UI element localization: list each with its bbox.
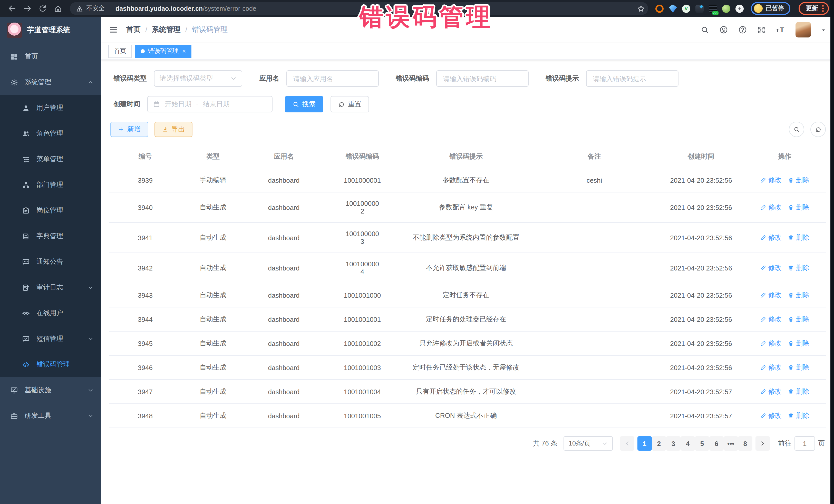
sidebar-item-org[interactable]: 部门管理 [0,172,101,198]
profile-paused-badge[interactable]: 已暂停 [751,2,790,15]
column-header: 错误码编码 [323,145,402,168]
chevron-down-icon [231,75,237,82]
extension-green-v-icon[interactable]: V [682,4,690,13]
delete-link[interactable]: 删除 [788,339,809,348]
error-code-input[interactable] [436,70,529,87]
prev-page-button[interactable] [620,436,634,451]
refresh-table-button[interactable] [810,122,826,137]
table-cell: 1001000001 [323,168,402,192]
close-icon[interactable]: × [182,48,186,54]
extension-vue-devtools-icon[interactable] [669,4,677,13]
browser-menu-icon[interactable] [822,5,824,12]
toggle-search-button[interactable] [789,122,804,137]
delete-link[interactable]: 删除 [788,203,809,212]
tab-item[interactable]: 首页 [108,44,132,58]
edit-link[interactable]: 修改 [760,363,782,372]
page-button[interactable]: 8 [738,436,752,451]
delete-link[interactable]: 删除 [788,314,809,324]
breadcrumb-item[interactable]: 系统管理 [152,25,181,35]
page-button[interactable]: 1 [637,436,652,451]
tab-active[interactable]: 错误码管理× [135,44,192,58]
delete-link[interactable]: 删除 [788,263,809,272]
date-range-picker[interactable]: 开始日期 - 结束日期 [147,96,272,112]
error-type-select[interactable]: 请选择错误码类型 [154,70,242,87]
add-button[interactable]: 新增 [110,122,148,137]
user-avatar[interactable] [795,22,811,38]
app-logo[interactable]: 芋道管理系统 [0,17,101,44]
trash-icon [788,235,794,241]
delete-link[interactable]: 删除 [788,176,809,185]
hamburger-icon[interactable] [109,25,118,35]
sidebar-item-badge[interactable]: 岗位管理 [0,198,101,223]
delete-link[interactable]: 删除 [788,233,809,242]
sidebar-item-dashboard[interactable]: 首页 [0,44,101,69]
edit-link[interactable]: 修改 [760,339,782,348]
extension-grid-icon[interactable] [696,4,704,13]
edit-link[interactable]: 修改 [760,203,782,212]
delete-link[interactable]: 删除 [788,290,809,300]
extension-orange-icon[interactable] [655,4,664,13]
sidebar-item-user[interactable]: 用户管理 [0,95,101,120]
online-icon [22,309,30,317]
download-icon [162,126,168,132]
sidebar-item-users[interactable]: 角色管理 [0,120,101,146]
search-button[interactable]: 搜索 [285,96,323,112]
sidebar-item-gear[interactable]: 系统管理 [0,69,101,95]
sidebar-item-infra[interactable]: 基础设施 [0,377,101,403]
edit-link[interactable]: 修改 [760,176,782,185]
delete-link[interactable]: 删除 [788,363,809,372]
sidebar-item-code[interactable]: 错误码管理 [0,352,101,377]
breadcrumb-item[interactable]: 首页 [126,25,140,35]
page-button[interactable]: 3 [666,436,681,451]
sidebar-item-tree[interactable]: 菜单管理 [0,146,101,172]
reset-button[interactable]: 重置 [331,96,369,112]
github-icon[interactable] [719,25,728,35]
edit-link[interactable]: 修改 [760,314,782,324]
sidebar-item-log[interactable]: 审计日志 [0,275,101,300]
delete-link[interactable]: 删除 [788,387,809,396]
browser-back-button[interactable] [5,2,19,15]
bookmark-star-icon[interactable] [637,4,645,13]
goto-page-input[interactable] [794,436,815,451]
app-name-input[interactable] [286,70,379,87]
sidebar-item-online[interactable]: 在线用户 [0,300,101,326]
browser-reload-button[interactable] [36,2,49,15]
security-indicator[interactable]: 不安全 [76,4,105,13]
browser-home-button[interactable] [51,2,65,15]
annotation-overlay-title: 错误码管理 [359,1,493,34]
edit-link[interactable]: 修改 [760,233,782,242]
sidebar-item-dict[interactable]: 字典管理 [0,223,101,249]
page-size-select[interactable]: 10条/页 [564,436,613,451]
filter-label: 错误码类型 [113,74,147,83]
fullscreen-icon[interactable] [757,25,766,34]
page-button[interactable]: 6 [709,436,724,451]
extensions-puzzle-icon[interactable]: + [736,4,744,13]
sidebar-item-tools[interactable]: 研发工具 [0,403,101,429]
extension-key-icon[interactable] [722,4,730,13]
page-button[interactable]: 2 [652,436,666,451]
edit-link[interactable]: 修改 [760,290,782,300]
browser-update-button[interactable]: 更新 [798,2,829,15]
address-bar[interactable]: 不安全 dashboard.yudao.iocoder.cn/system/er… [70,2,648,15]
next-page-button[interactable] [755,436,770,451]
page-button[interactable]: 4 [681,436,695,451]
code-icon [22,360,30,368]
edit-link[interactable]: 修改 [760,411,782,420]
page-ellipsis[interactable]: ••• [724,436,738,451]
notice-icon [22,258,30,266]
extension-switch-icon[interactable]: on [709,4,717,13]
page-button[interactable]: 5 [695,436,709,451]
breadcrumb-item[interactable]: 错误码管理 [192,25,228,35]
edit-link[interactable]: 修改 [760,387,782,396]
sidebar-item-sms[interactable]: 短信管理 [0,326,101,352]
sidebar-item-notice[interactable]: 通知公告 [0,249,101,275]
font-size-icon[interactable] [775,25,786,35]
avatar-caret-down-icon[interactable] [821,27,826,32]
delete-link[interactable]: 删除 [788,411,809,420]
browser-forward-button[interactable] [21,2,34,15]
help-icon[interactable] [738,25,747,35]
error-hint-input[interactable] [586,70,679,87]
export-button[interactable]: 导出 [154,122,193,137]
search-icon[interactable] [701,25,709,34]
edit-link[interactable]: 修改 [760,263,782,272]
